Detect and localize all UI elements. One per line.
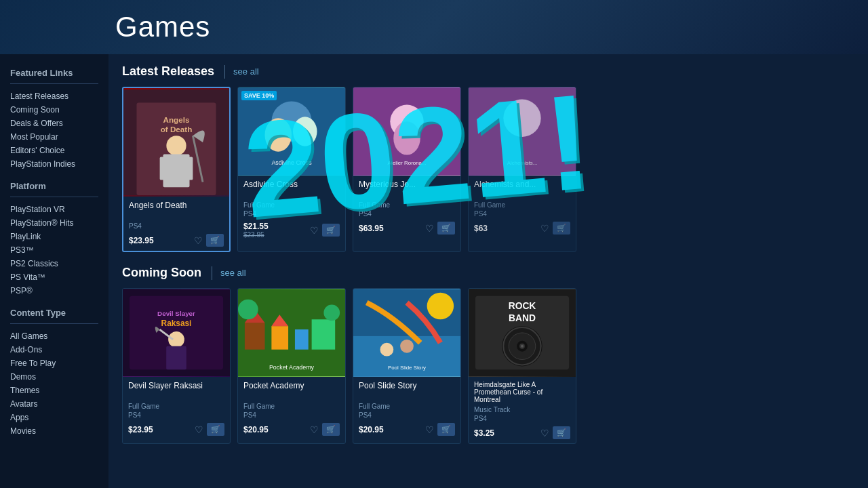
sidebar-item-apps[interactable]: Apps bbox=[10, 411, 98, 424]
svg-text:Pocket Academy: Pocket Academy bbox=[269, 364, 315, 371]
sidebar-item-ps3[interactable]: PS3™ bbox=[10, 243, 98, 257]
sidebar-item-playlink[interactable]: PlayLink bbox=[10, 230, 98, 243]
pocket-academy-cover-art: Pocket Academy bbox=[238, 289, 345, 377]
add-to-cart-button[interactable]: 🛒 bbox=[322, 224, 340, 237]
sidebar-item-deals-offers[interactable]: Deals & Offers bbox=[10, 117, 98, 130]
game-card-atelier-1[interactable]: Atelier Rorona... Mysterious Jo... Full … bbox=[353, 87, 461, 252]
game-platform: PS4 bbox=[474, 415, 570, 422]
wishlist-icon[interactable]: ♡ bbox=[540, 223, 549, 234]
svg-text:BAND: BAND bbox=[509, 312, 536, 323]
svg-text:Atelier Rorona...: Atelier Rorona... bbox=[387, 160, 426, 166]
sidebar-item-avatars[interactable]: Avatars bbox=[10, 397, 98, 411]
svg-point-12 bbox=[293, 117, 317, 146]
coming-soon-section: Coming Soon see all Devil Slayer Raksasi bbox=[122, 266, 854, 444]
add-to-cart-button[interactable]: 🛒 bbox=[207, 423, 224, 436]
game-card-asdivine-cross[interactable]: SAVE 10% Asdivine Cross Asdivine Cross F… bbox=[237, 87, 346, 252]
game-title: Pocket Academy bbox=[243, 381, 340, 400]
game-title: Pool Slide Story bbox=[359, 381, 455, 400]
svg-rect-29 bbox=[245, 323, 265, 350]
game-platform: PS4 bbox=[128, 411, 224, 419]
game-type: Full Game bbox=[359, 403, 455, 410]
game-card-rockband-heimdalsgate[interactable]: ROCK BAND Heimdalsgate Like A Prom bbox=[468, 288, 576, 444]
sidebar-item-themes[interactable]: Themes bbox=[10, 384, 98, 397]
sidebar-item-demos[interactable]: Demos bbox=[10, 370, 98, 384]
rockband-cover-art: ROCK BAND bbox=[469, 289, 576, 377]
game-platform: PS4 bbox=[243, 411, 340, 419]
coming-soon-see-all[interactable]: see all bbox=[220, 268, 246, 278]
game-title: Asdivine Cross bbox=[243, 180, 340, 199]
wishlist-icon[interactable]: ♡ bbox=[310, 424, 319, 435]
game-platform: PS4 bbox=[359, 210, 455, 218]
sidebar-item-most-popular[interactable]: Most Popular bbox=[10, 130, 98, 144]
svg-point-35 bbox=[238, 300, 258, 320]
svg-point-42 bbox=[400, 340, 414, 353]
wishlist-icon[interactable]: ♡ bbox=[540, 428, 549, 439]
sidebar-item-ps-vita[interactable]: PS Vita™ bbox=[10, 270, 98, 284]
game-card-pocket-academy[interactable]: Pocket Academy Pocket Academy Full Game … bbox=[237, 288, 346, 444]
sidebar-item-playstation-vr[interactable]: PlayStation VR bbox=[10, 203, 98, 216]
svg-text:of Death: of Death bbox=[161, 125, 193, 134]
sidebar-item-editors-choice[interactable]: Editors' Choice bbox=[10, 144, 98, 157]
svg-rect-31 bbox=[271, 326, 288, 350]
svg-rect-6 bbox=[160, 157, 170, 180]
sidebar-item-ps2-classics[interactable]: PS2 Classics bbox=[10, 257, 98, 270]
add-to-cart-button[interactable]: 🛒 bbox=[322, 423, 340, 436]
game-card-pool-slide-story[interactable]: Pool Slide Story Pool Slide Story Full G… bbox=[353, 288, 461, 444]
game-platform: PS4 bbox=[243, 210, 340, 218]
atelier2-cover-art: Alchemists... bbox=[469, 87, 576, 176]
atelier-cover-art: Atelier Rorona... bbox=[353, 87, 460, 176]
svg-point-53 bbox=[521, 345, 524, 348]
wishlist-icon[interactable]: ♡ bbox=[310, 225, 319, 236]
add-to-cart-button[interactable]: 🛒 bbox=[553, 426, 570, 439]
add-to-cart-button[interactable]: 🛒 bbox=[437, 423, 455, 436]
content-area: 2021! Latest Releases see all Angels bbox=[108, 54, 868, 488]
sidebar-item-psp[interactable]: PSP® bbox=[10, 284, 98, 298]
latest-releases-title: Latest Releases bbox=[122, 64, 214, 79]
add-to-cart-button[interactable]: 🛒 bbox=[206, 234, 224, 247]
latest-releases-see-all[interactable]: see all bbox=[233, 66, 259, 77]
header: Games bbox=[0, 0, 868, 54]
wishlist-icon[interactable]: ♡ bbox=[425, 223, 434, 234]
sidebar-item-all-games[interactable]: All Games bbox=[10, 329, 98, 343]
latest-releases-grid: Angels of Death Ang bbox=[122, 87, 854, 252]
svg-text:Alchemists...: Alchemists... bbox=[507, 160, 538, 166]
game-price: $23.95 bbox=[129, 236, 154, 245]
add-to-cart-button[interactable]: 🛒 bbox=[437, 222, 455, 235]
svg-point-11 bbox=[265, 118, 292, 151]
game-type: Music Track bbox=[474, 406, 570, 413]
game-price-original: $23.95 bbox=[243, 231, 269, 239]
sidebar-item-latest-releases[interactable]: Latest Releases bbox=[10, 89, 98, 103]
wishlist-icon[interactable]: ♡ bbox=[194, 235, 203, 246]
svg-rect-7 bbox=[183, 157, 193, 180]
latest-releases-section: Latest Releases see all Angels of Death bbox=[122, 64, 854, 252]
sidebar-item-coming-soon[interactable]: Coming Soon bbox=[10, 103, 98, 117]
content-type-title: Content Type bbox=[10, 308, 98, 318]
svg-point-36 bbox=[323, 305, 340, 321]
game-price: $63.95 bbox=[359, 224, 384, 233]
game-price: $20.95 bbox=[243, 425, 269, 434]
featured-links-title: Featured Links bbox=[10, 68, 98, 78]
svg-text:Angels: Angels bbox=[163, 115, 190, 124]
sidebar-item-add-ons[interactable]: Add-Ons bbox=[10, 343, 98, 357]
game-card-devil-slayer[interactable]: Devil Slayer Raksasi Devil Slayer Raksas… bbox=[122, 288, 231, 444]
svg-point-19 bbox=[503, 100, 540, 137]
sidebar-item-playstation-hits[interactable]: PlayStation® Hits bbox=[10, 216, 98, 230]
pool-slide-cover-art: Pool Slide Story bbox=[353, 289, 460, 377]
game-card-angels-of-death[interactable]: Angels of Death Ang bbox=[122, 87, 231, 252]
sidebar: Featured Links Latest Releases Coming So… bbox=[0, 54, 108, 488]
game-title: Heimdalsgate Like A Promethean Curse - o… bbox=[474, 381, 570, 403]
svg-point-40 bbox=[427, 293, 454, 320]
sidebar-item-free-to-play[interactable]: Free To Play bbox=[10, 357, 98, 370]
sidebar-item-movies[interactable]: Movies bbox=[10, 424, 98, 438]
game-type: Full Game bbox=[128, 403, 224, 410]
game-card-atelier-2[interactable]: Alchemists... Alchemists and... Full Gam… bbox=[468, 87, 576, 252]
svg-rect-33 bbox=[295, 329, 309, 350]
sidebar-item-playstation-indies[interactable]: PlayStation Indies bbox=[10, 157, 98, 171]
add-to-cart-button[interactable]: 🛒 bbox=[553, 222, 570, 235]
game-type: Full Game bbox=[474, 201, 570, 209]
wishlist-icon[interactable]: ♡ bbox=[195, 424, 203, 435]
coming-soon-grid: Devil Slayer Raksasi Devil Slayer Raksas… bbox=[122, 288, 854, 444]
wishlist-icon[interactable]: ♡ bbox=[425, 424, 434, 435]
game-price-discounted: $21.55 bbox=[243, 222, 269, 231]
svg-text:ROCK: ROCK bbox=[509, 300, 536, 311]
